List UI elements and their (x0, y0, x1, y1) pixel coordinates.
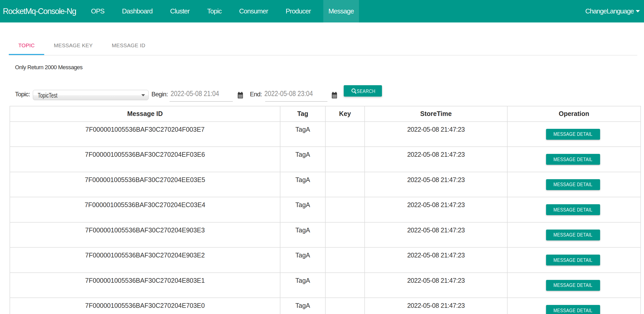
end-datetime-input[interactable]: 2022-05-08 23:04 (265, 90, 327, 102)
caret-down-icon (636, 10, 640, 12)
end-label: End: (250, 91, 262, 98)
cell-key (325, 222, 365, 248)
begin-calendar-icon[interactable] (238, 92, 243, 98)
nav-item[interactable]: OPS (86, 0, 110, 22)
cell-key (325, 122, 365, 147)
message-detail-button[interactable]: MESSAGE DETAIL (546, 305, 600, 314)
header-tag: Tag (280, 106, 325, 122)
nav-list: OPS Dashboard Cluster Topic Consumer Pro… (86, 0, 366, 22)
cell-message-id: 7F000001005536BAF30C270204E703E0 (10, 298, 280, 314)
cell-key (325, 172, 365, 197)
message-detail-button-label: MESSAGE DETAIL (553, 156, 592, 162)
tab[interactable]: TOPIC (9, 33, 44, 55)
table-row: 7F000001005536BAF30C270204E703E0 TagA 20… (10, 298, 641, 314)
cell-store-time: 2022-05-08 21:47:23 (365, 172, 507, 197)
table-row: 7F000001005536BAF30C270204E903E2 TagA 20… (10, 247, 641, 273)
table-row: 7F000001005536BAF30C270204EC03E4 TagA 20… (10, 197, 641, 222)
nav-item[interactable]: Cluster (165, 0, 195, 22)
cell-store-time: 2022-05-08 21:47:23 (365, 197, 507, 222)
cell-message-id: 7F000001005536BAF30C270204EF03E6 (10, 147, 280, 172)
cell-message-id: 7F000001005536BAF30C270204F003E7 (10, 122, 280, 147)
nav-item[interactable]: Producer (280, 0, 316, 22)
message-detail-button[interactable]: MESSAGE DETAIL (546, 154, 600, 165)
cell-operation: MESSAGE DETAIL (507, 247, 641, 273)
cell-operation: MESSAGE DETAIL (507, 298, 641, 314)
cell-store-time: 2022-05-08 21:47:23 (365, 122, 507, 147)
table-row: 7F000001005536BAF30C270204E903E3 TagA 20… (10, 222, 641, 248)
topic-select[interactable]: TopicTest (33, 90, 149, 100)
tab[interactable]: MESSAGE ID (102, 33, 155, 55)
cell-key (325, 298, 365, 314)
cell-store-time: 2022-05-08 21:47:23 (365, 222, 507, 248)
table-header-row: Message ID Tag Key StoreTime Operation (10, 106, 641, 122)
cell-tag: TagA (280, 197, 325, 222)
change-language-label: ChangeLanguage (585, 7, 634, 15)
nav-item[interactable]: Message (323, 0, 359, 22)
search-icon (351, 88, 357, 94)
cell-key (325, 273, 365, 298)
cell-tag: TagA (280, 222, 325, 248)
message-detail-button-label: MESSAGE DETAIL (553, 131, 592, 137)
message-detail-button-label: MESSAGE DETAIL (553, 182, 592, 187)
cell-tag: TagA (280, 172, 325, 197)
message-detail-button-label: MESSAGE DETAIL (553, 257, 592, 263)
message-table: Message ID Tag Key StoreTime Operation 7… (10, 106, 641, 314)
topic-label: Topic: (15, 91, 30, 98)
table-row: 7F000001005536BAF30C270204E803E1 TagA 20… (10, 273, 641, 298)
table-body: 7F000001005536BAF30C270204F003E7 TagA 20… (10, 122, 641, 314)
nav-item[interactable]: Consumer (234, 0, 273, 22)
cell-tag: TagA (280, 247, 325, 273)
cell-tag: TagA (280, 147, 325, 172)
cell-message-id: 7F000001005536BAF30C270204E903E3 (10, 222, 280, 248)
begin-datetime-value: 2022-05-08 21:04 (171, 90, 219, 97)
message-detail-button-label: MESSAGE DETAIL (553, 308, 592, 313)
cell-key (325, 197, 365, 222)
query-form: Topic: TopicTest Begin: 2022-05-08 21:04… (0, 85, 644, 102)
message-detail-button[interactable]: MESSAGE DETAIL (546, 230, 600, 240)
cell-message-id: 7F000001005536BAF30C270204E903E2 (10, 247, 280, 273)
message-detail-button[interactable]: MESSAGE DETAIL (546, 204, 600, 215)
cell-key (325, 147, 365, 172)
begin-datetime-input[interactable]: 2022-05-08 21:04 (170, 90, 233, 102)
search-button-label: SEARCH (357, 88, 375, 94)
notice-text: Only Return 2000 Messages (15, 64, 644, 70)
end-calendar-icon[interactable] (332, 92, 337, 98)
brand-title[interactable]: RocketMq-Console-Ng (3, 0, 76, 22)
cell-store-time: 2022-05-08 21:47:23 (365, 147, 507, 172)
table-row: 7F000001005536BAF30C270204F003E7 TagA 20… (10, 122, 641, 147)
cell-tag: TagA (280, 122, 325, 147)
tab[interactable]: MESSAGE KEY (44, 33, 102, 55)
search-button[interactable]: SEARCH (344, 85, 382, 97)
cell-operation: MESSAGE DETAIL (507, 147, 641, 172)
search-mode-tabs: TOPIC MESSAGE KEY MESSAGE ID (9, 33, 637, 56)
cell-store-time: 2022-05-08 21:47:23 (365, 298, 507, 314)
header-operation: Operation (507, 106, 641, 122)
header-store-time: StoreTime (365, 106, 507, 122)
begin-label: Begin: (151, 91, 168, 98)
cell-key (325, 247, 365, 273)
message-detail-button[interactable]: MESSAGE DETAIL (546, 129, 600, 140)
nav-item[interactable]: Topic (202, 0, 227, 22)
message-detail-button[interactable]: MESSAGE DETAIL (546, 280, 600, 291)
message-detail-button[interactable]: MESSAGE DETAIL (546, 179, 600, 190)
message-detail-button[interactable]: MESSAGE DETAIL (546, 255, 600, 265)
message-detail-button-label: MESSAGE DETAIL (553, 232, 592, 238)
cell-operation: MESSAGE DETAIL (507, 273, 641, 298)
main-content: TOPIC MESSAGE KEY MESSAGE ID Only Return… (0, 33, 644, 314)
cell-tag: TagA (280, 298, 325, 314)
message-detail-button-label: MESSAGE DETAIL (553, 282, 592, 288)
nav-item[interactable]: Dashboard (117, 0, 158, 22)
cell-message-id: 7F000001005536BAF30C270204EE03E5 (10, 172, 280, 197)
cell-tag: TagA (280, 273, 325, 298)
cell-operation: MESSAGE DETAIL (507, 222, 641, 248)
change-language-menu[interactable]: ChangeLanguage (585, 0, 640, 22)
cell-message-id: 7F000001005536BAF30C270204E803E1 (10, 273, 280, 298)
topic-select-value: TopicTest (38, 91, 57, 99)
cell-operation: MESSAGE DETAIL (507, 172, 641, 197)
navbar: RocketMq-Console-Ng OPS Dashboard Cluste… (0, 0, 644, 22)
cell-store-time: 2022-05-08 21:47:23 (365, 247, 507, 273)
select-caret-icon (141, 94, 145, 96)
cell-operation: MESSAGE DETAIL (507, 122, 641, 147)
end-datetime-value: 2022-05-08 23:04 (264, 90, 313, 97)
message-detail-button-label: MESSAGE DETAIL (553, 207, 592, 213)
